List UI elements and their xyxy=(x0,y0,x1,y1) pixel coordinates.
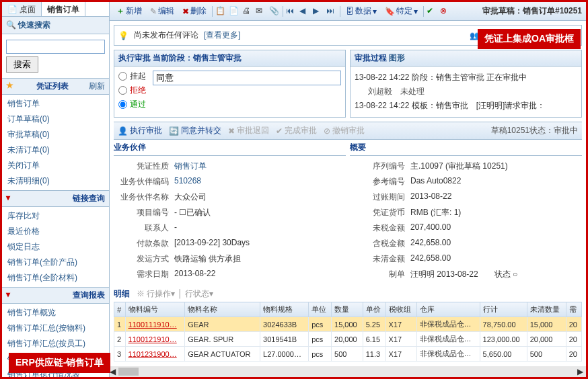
form-label: 参考编号 xyxy=(350,176,410,187)
export-icon[interactable]: 📄 xyxy=(229,6,240,17)
voucher-list-header[interactable]: 凭证列表 刷新 xyxy=(2,78,109,95)
form-label: 需求日期 xyxy=(114,269,174,280)
tab-desktop[interactable]: 📄 桌面 xyxy=(2,2,42,16)
form-label: 未税金额 xyxy=(350,222,410,234)
graph-link[interactable]: 图形 xyxy=(389,53,405,62)
column-header[interactable]: 需 xyxy=(566,302,581,317)
exec-approval-btn[interactable]: 👤 执行审批 xyxy=(118,125,162,136)
status-right: 审批草稿：销售订单#10251 xyxy=(482,5,582,17)
table-cell: 78,750.00 xyxy=(480,317,527,332)
form-value: - xyxy=(174,222,346,234)
complete-btn[interactable]: ✔ 完成审批 xyxy=(276,125,317,136)
attach-icon[interactable]: 📎 xyxy=(269,6,280,17)
sidebar-item[interactable]: 销售订单概览 xyxy=(2,305,109,321)
column-header[interactable]: 未清数量 xyxy=(527,302,566,317)
table-cell: 20 xyxy=(566,332,581,347)
column-header[interactable]: 数量 xyxy=(332,302,363,317)
table-cell: L27.0000… xyxy=(260,347,309,362)
print-icon[interactable]: 🖨 xyxy=(242,6,253,17)
column-header[interactable]: 单价 xyxy=(363,302,385,317)
horizontal-scrollbar[interactable]: ◀▶ xyxy=(110,366,586,377)
form-value: [2013-09-22] 30Days xyxy=(174,238,346,249)
sidebar-item[interactable]: 销售订单(全阶材料) xyxy=(2,270,109,286)
column-header[interactable]: 税收组 xyxy=(385,302,416,317)
table-cell: 15,000 xyxy=(527,317,566,332)
agree-forward-btn[interactable]: 🔄 同意并转交 xyxy=(169,125,221,136)
search-input[interactable] xyxy=(6,40,105,54)
approval-comment-input[interactable] xyxy=(153,71,341,85)
prev-icon[interactable]: ◀ xyxy=(299,6,310,17)
view-more-link[interactable]: [查看更多] xyxy=(204,30,241,41)
table-cell: GEAR ACTUATOR xyxy=(185,347,260,362)
form-value: 242,658.00 xyxy=(410,253,582,265)
edit-button[interactable]: 编辑 xyxy=(147,4,177,18)
delete-button[interactable]: 删除 xyxy=(180,4,209,18)
column-header[interactable]: 物料编号 xyxy=(125,302,185,317)
next-icon[interactable]: ▶ xyxy=(313,6,324,17)
form-label: 业务伙伴名称 xyxy=(114,192,174,203)
sidebar: 📄 桌面 销售订单 🔍 快速搜索 搜索 凭证列表 刷新 销售订单订单草稿(0)审… xyxy=(2,2,110,377)
form-value[interactable]: 销售订单 xyxy=(174,161,346,172)
log-line-detail: 刘超毅 未处理 xyxy=(355,85,577,99)
confirmed-checkbox[interactable]: ☐已确认 xyxy=(177,208,211,217)
radio-pass[interactable]: 通过 xyxy=(118,99,146,110)
form-value: 铁路运输 供方承担 xyxy=(174,253,346,265)
link-query-header[interactable]: 链接查询 xyxy=(2,190,109,207)
x-icon[interactable]: ⊗ xyxy=(440,6,451,17)
sidebar-item[interactable]: 销售订单汇总(按员工) xyxy=(2,336,109,351)
sidebar-item[interactable]: 关闭订单 xyxy=(2,158,109,173)
form-value: 2013-08-22 xyxy=(410,192,582,203)
table-cell: pcs xyxy=(309,347,332,362)
sidebar-item[interactable]: 销售订单 xyxy=(2,96,109,112)
first-icon[interactable]: ⏮ xyxy=(286,6,297,17)
report-header[interactable]: 查询报表 xyxy=(2,287,109,304)
new-button[interactable]: 新增 xyxy=(114,4,145,18)
table-cell: 5,650.00 xyxy=(480,347,527,362)
refresh-link[interactable]: 刷新 xyxy=(89,81,105,92)
table-row[interactable]: 11100111910…GEAR3024633Bpcs15,0005.25X17… xyxy=(114,317,582,332)
table-cell: pcs xyxy=(309,317,332,332)
sidebar-item[interactable]: 订单草稿(0) xyxy=(2,112,109,127)
check-icon[interactable]: ✔ xyxy=(427,6,437,17)
table-cell: 1 xyxy=(114,317,126,332)
data-dropdown[interactable]: 🗄 数据▾ xyxy=(343,4,379,18)
table-cell: 500 xyxy=(527,347,566,362)
table-cell: 500 xyxy=(332,347,363,362)
detail-grid: #物料编号物料名称物料规格单位数量单价税收组仓库行计未清数量需 11100111… xyxy=(114,302,582,362)
sidebar-item[interactable]: 未清订单(0) xyxy=(2,142,109,158)
form-value[interactable]: 510268 xyxy=(174,176,346,187)
sidebar-item[interactable]: 未清明细(0) xyxy=(2,173,109,189)
form-value: - ☐已确认 xyxy=(174,207,346,218)
revoke-btn[interactable]: ⊘ 撤销审批 xyxy=(324,125,365,136)
table-row[interactable]: 21100121910…GEAR. SPUR3019541Bpcs20,0006… xyxy=(114,332,582,347)
column-header[interactable]: 单位 xyxy=(309,302,332,317)
sidebar-item[interactable]: 审批草稿(0) xyxy=(2,127,109,142)
sidebar-item[interactable]: 锁定日志 xyxy=(2,239,109,255)
detail-header: 明细 ※ 行操作▾ │ 行状态▾ xyxy=(114,286,582,302)
table-cell: 20 xyxy=(566,317,581,332)
column-header[interactable]: 仓库 xyxy=(416,302,480,317)
table-cell: 11.3 xyxy=(363,347,385,362)
column-header[interactable]: 物料规格 xyxy=(260,302,309,317)
log-line: 13-08-22 14:22 模板：销售审批 [汪明明]请求审批： xyxy=(355,99,577,113)
main-content: 新增 编辑 删除 📋 📄 🖨 ✉ 📎 ⏮ ◀ ▶ ⏭ 🗄 数据▾ 🔖 特定▾ ✔… xyxy=(110,2,586,377)
mail-icon[interactable]: ✉ xyxy=(256,6,266,17)
table-cell: 1101231900… xyxy=(125,347,185,362)
radio-suspend[interactable]: 挂起 xyxy=(118,71,146,82)
search-button[interactable]: 搜索 xyxy=(6,56,38,73)
column-header[interactable]: # xyxy=(114,302,126,317)
form-label: 凭证性质 xyxy=(114,161,174,172)
copy-icon[interactable]: 📋 xyxy=(215,6,226,17)
tab-sales-order[interactable]: 销售订单 xyxy=(42,2,85,16)
sidebar-item[interactable]: 库存比对 xyxy=(2,208,109,224)
radio-reject[interactable]: 拒绝 xyxy=(118,85,146,96)
return-btn[interactable]: ✖ 审批退回 xyxy=(228,125,269,136)
column-header[interactable]: 物料名称 xyxy=(185,302,260,317)
sidebar-item[interactable]: 销售订单(全阶产品) xyxy=(2,255,109,270)
sidebar-item[interactable]: 最近价格 xyxy=(2,224,109,239)
spec-dropdown[interactable]: 🔖 特定▾ xyxy=(382,4,420,18)
table-row[interactable]: 31101231900…GEAR ACTUATORL27.0000…pcs500… xyxy=(114,347,582,362)
sidebar-item[interactable]: 销售订单汇总(按物料) xyxy=(2,321,109,336)
last-icon[interactable]: ⏭ xyxy=(326,6,337,17)
column-header[interactable]: 行计 xyxy=(480,302,527,317)
